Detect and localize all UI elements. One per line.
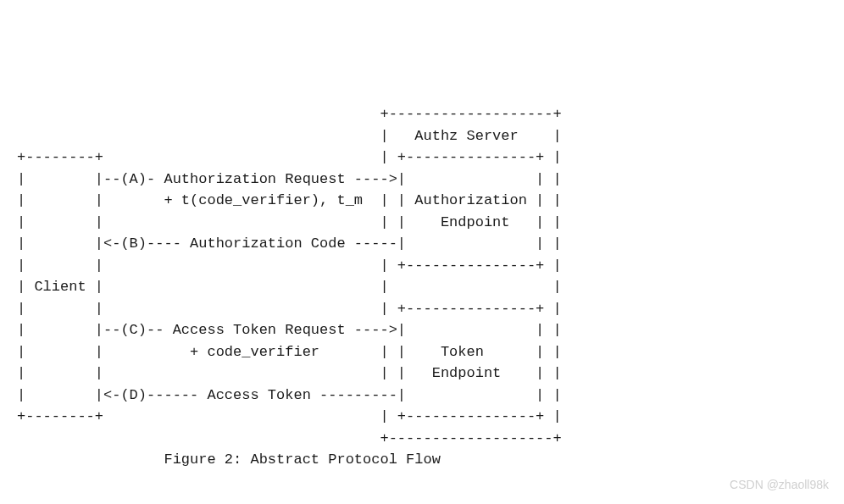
diagram-line: | | + code_verifier | | Token | | (17, 341, 827, 363)
diagram-line: | |<-(D)------ Access Token ---------| |… (17, 385, 827, 407)
diagram-line: | | | +---------------+ | (17, 298, 827, 320)
diagram-line: | |--(A)- Authorization Request ---->| |… (17, 169, 827, 191)
figure-caption: Figure 2: Abstract Protocol Flow (17, 449, 827, 471)
diagram-line: | | | +---------------+ | (17, 255, 827, 277)
watermark-text: CSDN @zhaoll98k (730, 476, 829, 494)
diagram-line: | | | | Endpoint | | (17, 363, 827, 385)
diagram-line: | | + t(code_verifier), t_m | | Authoriz… (17, 190, 827, 212)
diagram-line: | |<-(B)---- Authorization Code -----| |… (17, 233, 827, 255)
diagram-line: +-------------------+ (17, 428, 827, 450)
diagram-line: | Client | | | (17, 276, 827, 298)
diagram-line: | Authz Server | (17, 125, 827, 147)
diagram-line: +-------------------+ (17, 103, 827, 125)
diagram-line: | | | | Endpoint | | (17, 212, 827, 234)
diagram-line: +--------+ | +---------------+ | (17, 147, 827, 169)
diagram-line: +--------+ | +---------------+ | (17, 406, 827, 428)
ascii-diagram: +-------------------+ | Authz Server |+-… (17, 103, 827, 471)
diagram-line: | |--(C)-- Access Token Request ---->| |… (17, 319, 827, 341)
